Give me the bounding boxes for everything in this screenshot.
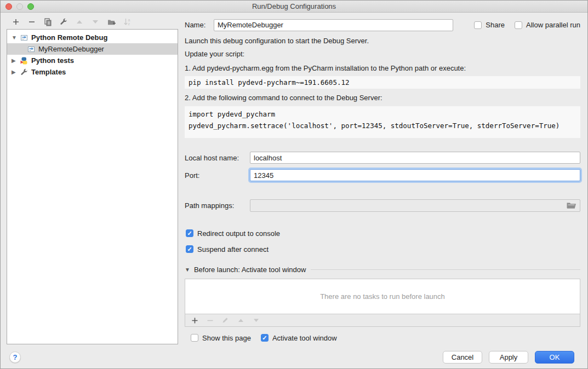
remove-task-icon [205,316,214,325]
help-button[interactable]: ? [9,351,21,363]
settrace-code: import pydevd_pycharm pydevd_pycharm.set… [185,106,580,138]
move-task-up-icon [236,316,245,325]
allow-parallel-run-checkbox-box[interactable] [515,21,522,29]
move-up-icon [75,18,84,26]
close-button[interactable] [5,3,12,10]
tree-item-label: Templates [31,68,66,76]
activate-tool-window-checkbox[interactable]: Activate tool window [261,334,337,342]
before-launch-toolbar [185,314,580,327]
name-input[interactable] [214,19,453,31]
add-task-icon[interactable] [190,316,199,325]
suspend-after-connect-checkbox[interactable]: Suspend after connect [185,244,580,254]
remote-debug-config-icon [20,33,28,42]
svg-text:z: z [128,22,130,26]
redirect-output-checkbox-box[interactable] [186,229,193,237]
path-mappings-input[interactable] [250,199,580,212]
ok-button[interactable]: OK [535,351,574,364]
window-title: Run/Debug Configurations [252,2,336,10]
activate-tool-window-checkbox-box[interactable] [261,334,269,342]
local-host-name-label: Local host name: [185,154,250,162]
redirect-output-label: Redirect output to console [197,229,280,238]
activate-tool-window-label: Activate tool window [272,334,337,342]
local-host-name-input[interactable] [250,152,580,164]
configurations-toolbar: a z [12,18,132,26]
settrace-code-line1: import pydevd_pycharm [189,110,275,118]
chevron-collapsed-icon[interactable]: ▶ [12,57,20,64]
show-this-page-checkbox-box[interactable] [191,334,198,342]
chevron-expanded-icon[interactable]: ▼ [12,34,20,41]
wrench-icon [20,68,28,77]
move-down-icon [91,18,100,26]
python-tests-icon [20,56,28,65]
step2-text: 2. Add the following command to connect … [185,94,580,102]
sort-alphabetically-icon: a z [123,18,132,26]
configurations-tree: ▼ Python Remote Debug MyRe [7,29,178,344]
suspend-after-connect-checkbox-box[interactable] [186,245,193,253]
share-checkbox-box[interactable] [474,21,482,29]
suspend-after-connect-label: Suspend after connect [197,245,269,253]
tree-item-label: Python Remote Debug [31,33,107,42]
chevron-expanded-icon[interactable]: ▼ [185,267,190,273]
new-folder-icon[interactable] [107,18,116,26]
configuration-editor: Name: Share Allow parallel run Launch th… [185,17,580,343]
show-this-page-checkbox[interactable]: Show this page [191,334,251,342]
intro-text: Launch this debug configuration to start… [185,37,580,45]
share-checkbox[interactable]: Share [474,21,505,29]
copy-configuration-icon[interactable] [43,18,52,26]
update-script-text: Update your script: [185,50,580,59]
tree-item-python-tests[interactable]: ▶ Python tests [7,55,178,66]
chevron-collapsed-icon[interactable]: ▶ [12,69,20,75]
titlebar: Run/Debug Configurations [1,1,587,13]
tree-item-label: Python tests [31,56,74,65]
apply-button[interactable]: Apply [489,351,528,364]
before-launch-task-list[interactable]: There are no tasks to run before launch [185,279,580,314]
edit-templates-wrench-icon[interactable] [59,18,68,26]
name-label: Name: [185,21,214,29]
allow-parallel-run-label: Allow parallel run [526,21,580,29]
minimize-button [16,3,23,10]
show-this-page-label: Show this page [202,334,251,342]
tree-item-myremotedebugger[interactable]: MyRemoteDebugger [7,43,178,55]
allow-parallel-run-checkbox[interactable]: Allow parallel run [515,21,580,29]
port-label: Port: [185,171,250,180]
edit-task-pencil-icon [221,316,230,325]
tree-item-label: MyRemoteDebugger [38,45,104,53]
move-task-down-icon [252,316,260,325]
remote-debug-config-icon [27,45,36,54]
browse-folder-icon[interactable] [567,201,576,209]
tree-item-python-remote-debug[interactable]: ▼ Python Remote Debug [7,32,178,43]
run-debug-configurations-dialog: Run/Debug Configurations [0,0,588,369]
port-input[interactable] [250,169,580,181]
section-divider [311,269,580,270]
svg-text:a: a [128,18,130,22]
before-launch-section-header[interactable]: ▼ Before launch: Activate tool window [185,266,580,274]
tree-item-templates[interactable]: ▶ Templates [7,66,178,78]
step1-text: 1. Add pydevd-pycharm.egg from the PyCha… [185,64,580,73]
before-launch-title: Before launch: Activate tool window [194,266,306,274]
remove-configuration-icon[interactable] [27,18,36,26]
cancel-button[interactable]: Cancel [443,351,482,364]
pip-install-code: pip install pydevd-pycharm~=191.6605.12 [185,76,580,89]
question-mark-icon: ? [13,353,18,361]
path-mappings-label: Path mappings: [185,201,250,210]
no-tasks-text: There are no tasks to run before launch [320,292,445,301]
redirect-output-checkbox[interactable]: Redirect output to console [185,228,580,238]
settrace-code-line2: pydevd_pycharm.settrace('localhost', por… [189,122,560,130]
zoom-button[interactable] [27,3,34,10]
add-configuration-icon[interactable] [12,18,20,26]
share-label: Share [486,21,505,29]
